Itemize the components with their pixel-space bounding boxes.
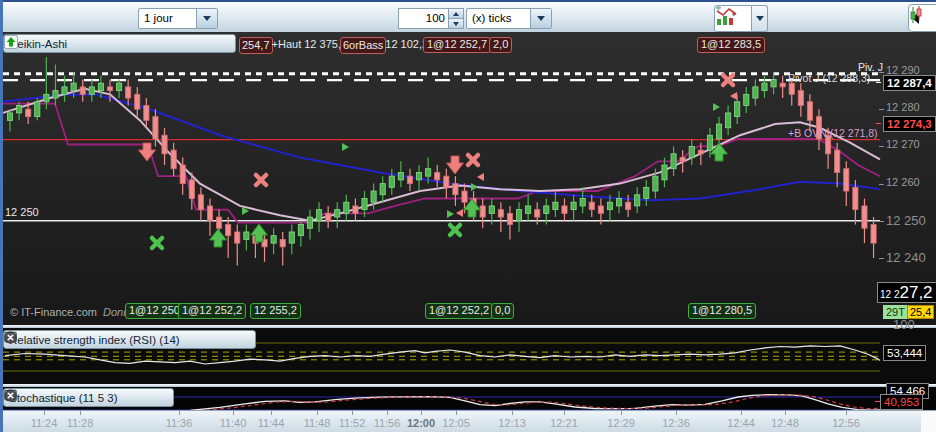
stochastic-title: Stochastique (11 5 3)	[9, 392, 117, 404]
price-axis-label: 12 270	[886, 138, 920, 150]
time-axis-label: 12:13	[498, 417, 526, 429]
tick-count-value: 100	[398, 8, 448, 29]
chevron-down-icon	[537, 16, 545, 21]
time-axis-tick	[456, 411, 457, 415]
wrench-icon[interactable]	[139, 36, 154, 51]
price-alert-tick	[876, 123, 881, 124]
time-axis-tick	[233, 411, 234, 415]
candlestick-icon	[909, 5, 923, 25]
time-axis: 11:2411:2811:3611:4011:4411:4811:5211:56…	[0, 410, 936, 432]
price-axis-tick	[879, 109, 884, 110]
last-price-big: 27,2	[899, 283, 932, 302]
time-axis-tick	[44, 411, 45, 415]
time-axis-tick	[846, 411, 847, 415]
unit-value: (x) ticks	[467, 9, 530, 28]
close-icon[interactable]	[177, 36, 192, 51]
time-axis-label: 12:56	[832, 417, 860, 429]
time-axis-label: 11:48	[304, 417, 331, 429]
chart-title: Heikin-Ashi	[9, 38, 135, 50]
timeframe-select[interactable]: 1 jour	[138, 8, 218, 29]
session-info-segment: +Haut 12 375,	[270, 37, 343, 54]
stepper-down-button[interactable]	[449, 18, 463, 28]
window-icon[interactable]	[158, 36, 173, 51]
unit-dropdown-button[interactable]	[530, 9, 551, 28]
stochastic-d-value-box: 40,953	[880, 394, 923, 410]
chevron-up-icon	[453, 12, 459, 16]
wrench-icon[interactable]	[197, 332, 212, 347]
countdown-badge: 29T	[883, 305, 908, 319]
overnight-line-label: +B OVN (12 271,8)	[788, 127, 878, 139]
time-axis-tick	[421, 411, 422, 415]
support-level-label: 12 250	[5, 206, 39, 218]
session-info-segment: 254,7	[239, 37, 273, 54]
session-info-row: 254,7+Haut 12 375,6orBass12 102,2	[242, 37, 430, 54]
time-axis-label: 12:44	[727, 417, 755, 429]
time-axis-tick	[676, 411, 677, 415]
window-icon[interactable]	[140, 390, 155, 405]
order-label: 1@12 252,7	[423, 37, 491, 53]
price-axis-tick	[879, 221, 884, 222]
time-axis-label: 11:40	[220, 417, 247, 429]
price-alert-tick	[876, 82, 881, 83]
time-axis-tick	[621, 411, 622, 415]
time-axis-tick	[179, 411, 180, 415]
time-axis-tick	[387, 411, 388, 415]
price-alert-box: 12 287,4	[883, 75, 936, 91]
price-alert-box: 12 274,3	[883, 116, 936, 132]
sell-arrow-icon[interactable]	[196, 36, 211, 51]
time-axis-label: 12:48	[771, 417, 799, 429]
pivot-line-label: Pivot J (12 288,3)	[788, 72, 870, 84]
rsi-titlebar[interactable]: Relative strength index (RSI) (14)	[3, 330, 256, 349]
time-axis-label: 12:05	[442, 417, 470, 429]
time-axis-tick	[785, 411, 786, 415]
stochastic-titlebar[interactable]: Stochastique (11 5 3)	[3, 388, 174, 407]
spread-badge: 25,4	[907, 305, 934, 319]
time-axis-tick	[352, 411, 353, 415]
window-top-border	[0, 0, 936, 2]
time-axis-tick	[741, 411, 742, 415]
last-price-small: 12 2	[880, 285, 899, 304]
timeframe-dropdown-button[interactable]	[196, 9, 217, 28]
rsi-value-box: 53,444	[883, 345, 926, 361]
tick-count-stepper[interactable]: 100	[398, 8, 464, 29]
bottom-right-corner	[921, 411, 936, 432]
close-icon[interactable]	[159, 390, 174, 405]
chevron-down-icon	[203, 16, 211, 21]
collapse-panel-button[interactable]	[908, 4, 936, 32]
price-axis-tick	[879, 146, 884, 147]
buy-arrow-icon[interactable]	[215, 36, 230, 51]
rsi-axis-max-label: 100	[893, 317, 915, 332]
chart-type-icon	[714, 5, 740, 27]
time-axis-tick	[80, 411, 81, 415]
time-axis-label: 12:29	[607, 417, 635, 429]
stepper-up-button[interactable]	[449, 9, 463, 18]
time-axis-label: 12:00	[407, 417, 435, 429]
timeframe-value: 1 jour	[139, 9, 196, 28]
unit-select[interactable]: (x) ticks	[466, 8, 552, 29]
trading-app-window: 1 jour 100 (x) ticks	[0, 0, 936, 432]
session-info-segment: 6orBass	[340, 37, 386, 54]
price-axis-label: 12 240	[886, 250, 926, 265]
trade-label: 1@12 252,2	[425, 303, 493, 319]
copyright-text: © IT-Finance.com	[10, 306, 97, 318]
chart-type-button[interactable]	[714, 5, 752, 32]
price-axis-label: 12 280	[886, 101, 920, 113]
trade-label: 12 255,2	[250, 303, 301, 319]
wrench-icon[interactable]	[121, 390, 136, 405]
order-label: 2,0	[489, 37, 512, 53]
close-icon[interactable]	[235, 332, 250, 347]
chart-type-split-button	[714, 5, 768, 32]
chart-type-dropdown-button[interactable]	[752, 5, 768, 32]
time-axis-label: 12:21	[550, 417, 578, 429]
price-axis-label: 12 260	[886, 176, 920, 188]
window-icon[interactable]	[216, 332, 231, 347]
chart-titlebar[interactable]: Heikin-Ashi	[3, 34, 236, 53]
time-axis-tick	[271, 411, 272, 415]
price-axis-tick	[879, 184, 884, 185]
price-axis-tick	[879, 258, 884, 259]
time-axis-label: 11:56	[374, 417, 401, 429]
time-axis-label: 11:36	[166, 417, 193, 429]
stepper-buttons	[448, 8, 464, 29]
time-axis-tick	[317, 411, 318, 415]
time-axis-label: 11:28	[67, 417, 94, 429]
